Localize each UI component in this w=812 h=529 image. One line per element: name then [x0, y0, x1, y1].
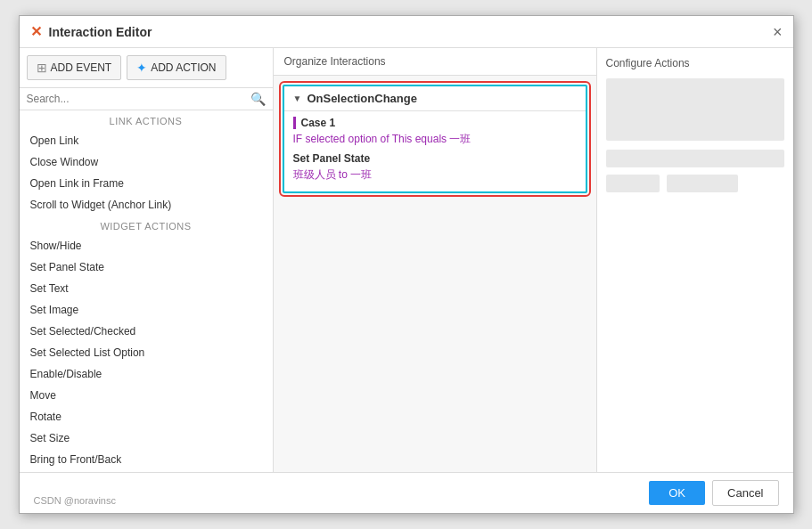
add-event-label: ADD EVENT: [51, 61, 112, 74]
action-value: 班级人员 to 一班: [293, 167, 577, 183]
list-item[interactable]: Set Image: [20, 299, 273, 321]
list-item[interactable]: Open Link in Frame: [20, 173, 273, 194]
list-item[interactable]: Bring to Front/Back: [20, 449, 273, 470]
add-action-button[interactable]: ✦ ADD ACTION: [127, 55, 226, 80]
config-placeholder-box: [606, 78, 784, 141]
add-event-button[interactable]: ⊞ ADD EVENT: [27, 55, 122, 80]
link-actions-label: LINK ACTIONS: [20, 110, 273, 130]
interaction-card[interactable]: ▼ OnSelectionChange Case 1 IF selected o…: [283, 85, 587, 193]
list-item[interactable]: Close Window: [20, 151, 273, 173]
config-placeholder-bar-3: [667, 175, 738, 192]
left-panel: ⊞ ADD EVENT ✦ ADD ACTION 🔍 LINK ACTIONS …: [20, 48, 274, 472]
cancel-button[interactable]: Cancel: [712, 480, 778, 506]
organize-interactions-title: Organize Interactions: [274, 48, 596, 76]
action-label: Set Panel State: [293, 152, 577, 165]
interaction-header: ▼ OnSelectionChange: [284, 86, 586, 111]
title-bar: ✕ Interaction Editor ×: [20, 16, 793, 48]
list-item[interactable]: Set Selected/Checked: [20, 321, 273, 342]
interaction-editor-dialog: ✕ Interaction Editor × ⊞ ADD EVENT ✦ ADD…: [19, 15, 794, 514]
interaction-name: OnSelectionChange: [307, 92, 417, 105]
list-item[interactable]: Open Link: [20, 130, 273, 151]
list-item[interactable]: Show/Hide: [20, 235, 273, 256]
list-item[interactable]: Rotate: [20, 406, 273, 427]
dialog-title: Interaction Editor: [49, 25, 152, 39]
chevron-icon: ▼: [293, 94, 302, 103]
list-item[interactable]: Set Size: [20, 427, 273, 449]
dialog-body: ⊞ ADD EVENT ✦ ADD ACTION 🔍 LINK ACTIONS …: [20, 48, 793, 472]
config-placeholder-bar-1: [606, 150, 784, 167]
config-placeholder-row-1: [606, 150, 784, 167]
middle-panel: Organize Interactions ▼ OnSelectionChang…: [274, 48, 597, 472]
list-item[interactable]: Set Panel State: [20, 256, 273, 278]
title-bar-left: ✕ Interaction Editor: [30, 23, 152, 40]
dialog-footer: CSDN @noravinsc OK Cancel: [20, 472, 793, 513]
configure-actions-title: Configure Actions: [606, 57, 784, 69]
case-label: Case 1: [293, 117, 577, 129]
search-bar: 🔍: [20, 88, 273, 110]
app-icon: ✕: [30, 23, 42, 40]
config-placeholder-bar-2: [606, 175, 660, 192]
search-input[interactable]: [27, 93, 250, 105]
add-action-icon: ✦: [136, 61, 147, 75]
right-panel: Configure Actions: [597, 48, 793, 472]
add-action-label: ADD ACTION: [151, 61, 216, 74]
ok-button[interactable]: OK: [649, 481, 705, 505]
interactions-area: ▼ OnSelectionChange Case 1 IF selected o…: [274, 76, 596, 472]
top-buttons: ⊞ ADD EVENT ✦ ADD ACTION: [20, 48, 273, 88]
if-condition: IF selected option of This equals 一班: [293, 132, 577, 147]
search-icon: 🔍: [250, 92, 266, 106]
list-item[interactable]: Set Selected List Option: [20, 342, 273, 363]
watermark: CSDN @noravinsc: [34, 495, 116, 506]
close-button[interactable]: ×: [773, 24, 783, 40]
list-item[interactable]: Set Text: [20, 278, 273, 299]
widget-actions-label: WIDGET ACTIONS: [20, 216, 273, 235]
add-event-icon: ⊞: [37, 61, 47, 75]
list-item[interactable]: Scroll to Widget (Anchor Link): [20, 194, 273, 216]
list-item[interactable]: Move: [20, 385, 273, 406]
interaction-body: Case 1 IF selected option of This equals…: [284, 111, 586, 191]
config-placeholder-row-2: [606, 175, 784, 192]
list-item[interactable]: Enable/Disable: [20, 363, 273, 385]
